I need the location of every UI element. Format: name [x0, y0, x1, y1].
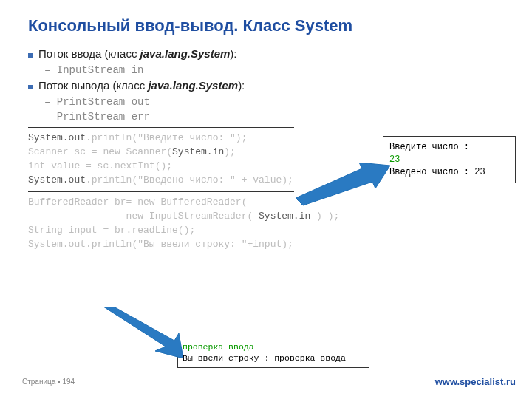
slide-title: Консольный ввод-вывод. Класс System [0, 0, 532, 47]
code-block-2: BufferedReader br= new BufferedReader( n… [28, 196, 532, 251]
bullet-text: Поток ввода (класс [38, 47, 140, 60]
svg-marker-0 [296, 163, 390, 205]
bullet-text: Поток вывода (класс [38, 79, 148, 92]
bullet-em: java.lang.System [140, 47, 231, 60]
console-line-input: проверка ввода [183, 341, 364, 353]
bullet-2: Поток вывода (класс java.lang.System): [28, 79, 532, 92]
arrow-icon [296, 163, 392, 207]
bullet-text: ): [238, 79, 245, 92]
console-output-1: Введите число : 23 Введено число : 23 [383, 136, 516, 183]
bullet-marker [28, 53, 33, 58]
console-line: Введите число : [389, 141, 509, 154]
console-line-input: 23 [389, 154, 509, 166]
console-line: Введено число : 23 [389, 166, 509, 179]
bullet-em: java.lang.System [148, 79, 238, 92]
bullet-1-sub: InputStream in [28, 64, 532, 76]
divider [28, 127, 294, 128]
console-output-2: проверка ввода Вы ввели строку : проверк… [177, 338, 369, 368]
page-number: Страница ▪ 194 [22, 378, 75, 386]
arrow-icon [103, 307, 185, 358]
bullet-marker [28, 85, 33, 89]
bullet-2-sub1: PrintStream out [28, 96, 532, 108]
svg-marker-1 [103, 307, 183, 358]
bullet-2-sub2: PrintStream err [28, 111, 532, 123]
site-url: www.specialist.ru [435, 376, 516, 387]
bullet-1: Поток ввода (класс java.lang.System): [28, 47, 532, 60]
divider [28, 191, 294, 192]
console-line: Вы ввели строку : проверка ввода [183, 352, 364, 364]
bullet-text: ): [230, 47, 236, 60]
